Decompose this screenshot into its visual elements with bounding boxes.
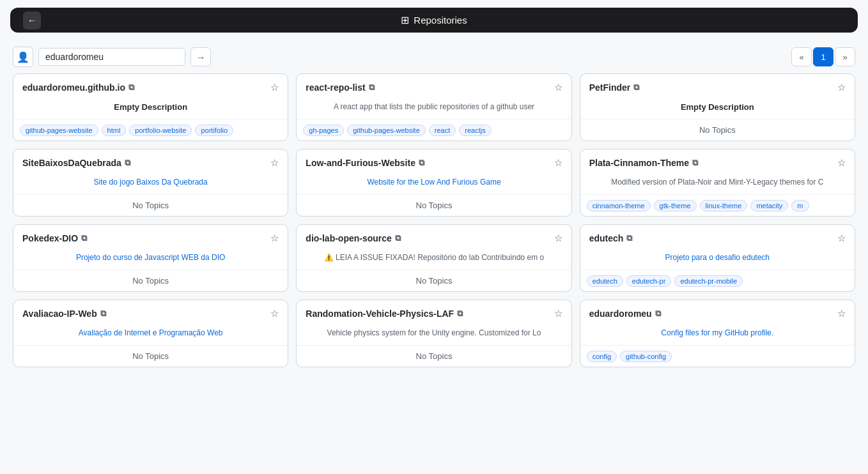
topic-tag[interactable]: github-config <box>620 351 672 362</box>
repo-card: eduardoromeu.github.io⧉☆Empty Descriptio… <box>13 73 288 141</box>
star-icon[interactable]: ☆ <box>554 233 562 244</box>
repo-description: ⚠️ LEIA A ISSUE FIXADA! Repositório do l… <box>297 249 571 270</box>
topic-tag[interactable]: portifolio <box>195 125 233 136</box>
repo-topics: cinnamon-themegtk-themelinux-thememetaci… <box>580 194 855 216</box>
repo-topics: gh-pagesgithub-pages-websitereactreactjs <box>297 119 571 141</box>
next-page-button[interactable]: » <box>835 47 855 66</box>
external-link-icon[interactable]: ⧉ <box>633 82 639 93</box>
repo-card: react-repo-list⧉☆A react app that lists … <box>296 73 571 141</box>
external-link-icon[interactable]: ⧉ <box>81 233 87 243</box>
user-icon: 👤 <box>13 47 33 67</box>
no-topics-label: No Topics <box>303 351 564 361</box>
external-link-icon[interactable]: ⧉ <box>395 233 401 243</box>
repo-card-header: dio-lab-open-source⧉☆ <box>297 225 571 249</box>
no-topics-label: No Topics <box>587 125 848 135</box>
topic-tag[interactable]: cinnamon-theme <box>587 200 651 211</box>
repo-card: Plata-Cinnamon-Theme⧉☆Modified version o… <box>580 149 855 217</box>
repo-description: Vehicle physics system for the Unity eng… <box>297 325 571 345</box>
repo-card-header: PetFinder⧉☆ <box>580 74 855 98</box>
current-page-button[interactable]: 1 <box>813 47 833 66</box>
topic-tag[interactable]: edutech-pr-mobile <box>674 275 743 287</box>
repo-name: react-repo-list⧉ <box>306 82 374 93</box>
repo-description: Avaliação de Internet e Programação Web <box>13 325 288 345</box>
repo-card-header: eduardoromeu⧉☆ <box>580 300 855 325</box>
repo-card-header: edutech⧉☆ <box>580 225 855 249</box>
repo-card: PetFinder⧉☆Empty DescriptionNo Topics <box>580 73 855 141</box>
repo-description: A react app that lists the public reposi… <box>297 98 571 119</box>
star-icon[interactable]: ☆ <box>554 308 562 319</box>
external-link-icon[interactable]: ⧉ <box>419 158 424 168</box>
star-icon[interactable]: ☆ <box>837 233 846 244</box>
go-button[interactable]: → <box>190 47 211 66</box>
repo-name: eduardoromeu.github.io⧉ <box>22 82 134 93</box>
external-link-icon[interactable]: ⧉ <box>128 82 134 93</box>
repo-description: Projeto para o desafio edutech <box>580 249 855 270</box>
repo-name: Low-and-Furious-Website⧉ <box>306 158 424 168</box>
topic-tag[interactable]: html <box>102 125 127 136</box>
topic-tag[interactable]: github-pages-website <box>20 125 98 136</box>
repo-topics: No Topics <box>580 119 855 141</box>
topic-tag[interactable]: metacity <box>750 200 788 211</box>
repo-name: Avaliacao-IP-Web⧉ <box>22 309 106 319</box>
topic-tag[interactable]: edutech <box>587 275 623 287</box>
topic-tag[interactable]: edutech-pr <box>626 275 672 287</box>
repo-name: Plata-Cinnamon-Theme⧉ <box>589 158 698 168</box>
star-icon[interactable]: ☆ <box>837 157 846 169</box>
no-topics-label: No Topics <box>303 201 564 210</box>
topic-tag[interactable]: react <box>429 125 456 136</box>
repo-name: Randomation-Vehicle-Physics-LAF⧉ <box>306 309 463 319</box>
repo-description: Config files for my GitHub profile. <box>580 325 855 345</box>
star-icon[interactable]: ☆ <box>837 308 846 319</box>
topic-tag[interactable]: config <box>587 351 617 362</box>
top-bar: ← ⊞ Repositories <box>10 8 858 33</box>
repo-description: Empty Description <box>580 98 855 119</box>
pagination: « 1 » <box>791 47 855 66</box>
star-icon[interactable]: ☆ <box>270 157 279 169</box>
topic-tag[interactable]: github-pages-website <box>347 125 426 136</box>
repo-card: Avaliacao-IP-Web⧉☆Avaliação de Internet … <box>13 300 288 367</box>
repo-topics: No Topics <box>297 270 571 291</box>
repo-card-header: Randomation-Vehicle-Physics-LAF⧉☆ <box>297 300 571 325</box>
repo-name: SiteBaixosDaQuebrada⧉ <box>22 158 130 168</box>
external-link-icon[interactable]: ⧉ <box>369 82 375 93</box>
topic-tag[interactable]: m <box>791 200 809 211</box>
repo-topics: No Topics <box>13 270 288 291</box>
external-link-icon[interactable]: ⧉ <box>125 158 130 168</box>
external-link-icon[interactable]: ⧉ <box>655 309 661 319</box>
star-icon[interactable]: ☆ <box>270 233 279 244</box>
repo-icon: ⊞ <box>401 14 409 26</box>
topic-tag[interactable]: linux-theme <box>700 200 748 211</box>
page-title: ⊞ Repositories <box>401 14 467 26</box>
external-link-icon[interactable]: ⧉ <box>626 233 632 243</box>
repo-card-header: react-repo-list⧉☆ <box>297 74 571 98</box>
star-icon[interactable]: ☆ <box>270 82 279 93</box>
username-input[interactable] <box>38 48 185 66</box>
repo-card-header: Pokedex-DIO⧉☆ <box>13 225 288 249</box>
topic-tag[interactable]: gh-pages <box>303 125 344 136</box>
repo-description: Empty Description <box>13 98 288 119</box>
repo-name: edutech⧉ <box>589 233 633 243</box>
back-button[interactable]: ← <box>23 11 41 29</box>
prev-page-button[interactable]: « <box>791 47 812 66</box>
star-icon[interactable]: ☆ <box>270 308 279 319</box>
external-link-icon[interactable]: ⧉ <box>457 309 463 319</box>
repo-description: Site do jogo Baixos Da Quebrada <box>13 174 288 194</box>
repo-name: PetFinder⧉ <box>589 82 640 93</box>
repo-card-header: eduardoromeu.github.io⧉☆ <box>13 74 288 98</box>
star-icon[interactable]: ☆ <box>837 82 846 93</box>
repo-card: eduardoromeu⧉☆Config files for my GitHub… <box>580 300 855 367</box>
external-link-icon[interactable]: ⧉ <box>692 158 698 168</box>
external-link-icon[interactable]: ⧉ <box>100 309 106 319</box>
star-icon[interactable]: ☆ <box>554 157 562 169</box>
topic-tag[interactable]: portfolio-website <box>129 125 192 136</box>
star-icon[interactable]: ☆ <box>554 82 562 93</box>
search-bar: 👤 → « 1 » <box>0 40 868 73</box>
repo-topics: edutechedutech-predutech-pr-mobile <box>580 270 855 291</box>
repos-grid: eduardoromeu.github.io⧉☆Empty Descriptio… <box>0 73 868 380</box>
topic-tag[interactable]: gtk-theme <box>654 200 697 211</box>
no-topics-label: No Topics <box>20 276 281 286</box>
repo-card: edutech⧉☆Projeto para o desafio eduteche… <box>580 224 855 292</box>
repo-description: Modified version of Plata-Noir and Mint-… <box>580 174 855 194</box>
repo-topics: github-pages-websitehtmlportfolio-websit… <box>13 119 288 141</box>
topic-tag[interactable]: reactjs <box>459 125 491 136</box>
